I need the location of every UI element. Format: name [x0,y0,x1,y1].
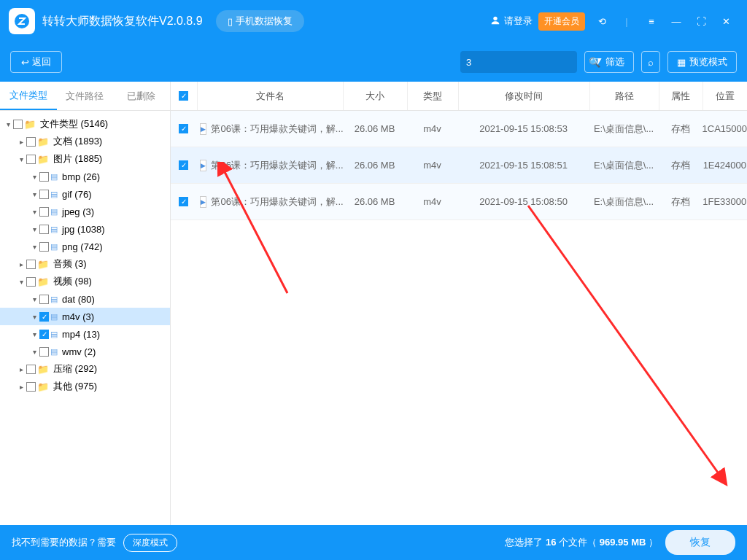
find-icon-button[interactable]: ⌕ [641,51,660,73]
recover-button[interactable]: 恢复 [665,530,735,555]
caret-icon[interactable]: ▸ [18,260,25,268]
tree-node[interactable]: ▾📁文件类型 (5146) [0,115,170,133]
caret-icon[interactable]: ▾ [31,225,38,233]
checkbox-icon[interactable] [39,207,49,217]
caret-icon[interactable]: ▾ [31,313,38,321]
col-date[interactable]: 修改时间 [458,82,589,110]
video-icon: ▶ [200,123,206,135]
checkbox-icon[interactable] [39,172,49,182]
tree-node[interactable]: ▾📁视频 (98) [0,273,170,290]
tree-label: 视频 (98) [53,275,92,288]
tree-node[interactable]: ▾✓▤mp4 (13) [0,325,170,343]
row-checkbox[interactable]: ✓ [179,160,188,170]
mobile-recovery-button[interactable]: ▯ 手机数据恢复 [216,10,304,32]
checkbox-icon[interactable] [13,120,23,129]
checkbox-icon[interactable] [39,295,49,304]
tree-node[interactable]: ▾▤png (742) [0,238,170,255]
checkbox-icon[interactable]: ✓ [39,312,49,322]
search-box[interactable]: 🔍 [460,51,577,73]
caret-icon[interactable]: ▾ [31,348,38,356]
tree-node[interactable]: ▸📁文档 (1893) [0,133,170,150]
content: ✓ 文件名 大小 类型 修改时间 路径 属性 位置 ✓▶第06课：巧用爆款关键词… [171,82,747,525]
col-path[interactable]: 路径 [589,82,659,110]
col-size[interactable]: 大小 [343,82,407,110]
search-input[interactable] [466,57,589,68]
close-icon[interactable]: ✕ [713,16,738,27]
row-checkbox[interactable]: ✓ [179,197,188,206]
back-button[interactable]: ↩ 返回 [10,51,62,73]
col-type[interactable]: 类型 [407,82,458,110]
col-loc[interactable]: 位置 [703,82,747,110]
filter-label: 筛选 [605,55,624,69]
checkbox-icon[interactable] [39,225,49,234]
checkbox-icon[interactable] [26,260,36,269]
file-size: 26.06 MB [343,196,407,207]
table-row[interactable]: ✓▶第06课：巧用爆款关键词，解...26.06 MBm4v2021-09-15… [171,111,747,147]
refresh-icon[interactable]: ⟲ [589,16,614,27]
preview-mode-button[interactable]: ▦ 预览模式 [667,51,737,73]
login-button[interactable]: 请登录 [489,15,533,28]
tree-node[interactable]: ▾▤dat (80) [0,290,170,308]
select-all-checkbox[interactable]: ✓ [179,91,188,101]
caret-icon[interactable]: ▾ [31,173,38,181]
checkbox-icon[interactable] [39,190,49,199]
tree-node[interactable]: ▾▤gif (76) [0,185,170,203]
file-path: E:\桌面信息\... [589,195,659,209]
tab-file-type[interactable]: 文件类型 [0,82,57,110]
tab-file-path[interactable]: 文件路径 [57,82,114,110]
menu-icon[interactable]: ≡ [639,16,664,27]
file-loc: 1E424000 [703,160,747,171]
table-row[interactable]: ✓▶第06课：巧用爆款关键词，解...26.06 MBm4v2021-09-15… [171,184,747,220]
tree-node[interactable]: ▾▤jpeg (3) [0,203,170,220]
tree-node[interactable]: ▾✓▤m4v (3) [0,308,170,325]
tree-node[interactable]: ▸📁压缩 (292) [0,360,170,378]
caret-icon[interactable]: ▾ [31,243,38,251]
row-checkbox[interactable]: ✓ [179,124,188,133]
annotation-arrow-2 [521,198,740,490]
tree-label: dat (80) [62,294,95,305]
svg-point-1 [493,16,497,20]
checkbox-icon[interactable] [26,365,36,374]
deep-mode-button[interactable]: 深度模式 [123,534,177,552]
checkbox-icon[interactable] [26,277,36,287]
checkbox-icon[interactable] [26,382,36,392]
checkbox-icon[interactable] [39,347,49,357]
tree-node[interactable]: ▾▤jpg (1038) [0,220,170,238]
col-name[interactable]: 文件名 [197,82,343,110]
vip-button[interactable]: 开通会员 [538,12,585,31]
grid-icon: ▦ [677,57,686,68]
tree-node[interactable]: ▸📁其他 (975) [0,378,170,395]
caret-icon[interactable]: ▸ [18,383,25,391]
checkbox-icon[interactable] [39,242,49,252]
caret-icon[interactable]: ▸ [18,138,25,146]
login-label: 请登录 [504,15,533,28]
filter-button[interactable]: ⧩ 筛选 [584,51,634,73]
caret-icon[interactable]: ▾ [31,330,38,338]
col-attr[interactable]: 属性 [659,82,703,110]
tab-deleted[interactable]: 已删除 [113,82,170,110]
file-tree[interactable]: ▾📁文件类型 (5146)▸📁文档 (1893)▾📁图片 (1885)▾▤bmp… [0,111,170,525]
checkbox-icon[interactable] [26,137,36,147]
table-body: ✓▶第06课：巧用爆款关键词，解...26.06 MBm4v2021-09-15… [171,111,747,220]
file-type: m4v [407,123,458,134]
folder-icon: 📁 [37,259,49,270]
caret-icon[interactable]: ▾ [18,278,25,286]
minimize-icon[interactable]: — [664,16,689,27]
table-row[interactable]: ✓▶第06课：巧用爆款关键词，解...26.06 MBm4v2021-09-15… [171,147,747,184]
checkbox-icon[interactable]: ✓ [39,330,49,339]
tree-label: 音频 (3) [53,257,87,271]
checkbox-icon[interactable] [26,155,36,164]
tree-node[interactable]: ▾▤wmv (2) [0,343,170,360]
caret-icon[interactable]: ▾ [31,190,38,198]
caret-icon[interactable]: ▾ [4,120,12,128]
tree-node[interactable]: ▸📁音频 (3) [0,255,170,273]
folder-icon: 📁 [37,364,49,375]
caret-icon[interactable]: ▾ [31,295,38,303]
caret-icon[interactable]: ▾ [18,155,25,163]
tree-node[interactable]: ▾▤bmp (26) [0,168,170,185]
funnel-icon: ⧩ [594,56,602,68]
tree-node[interactable]: ▾📁图片 (1885) [0,150,170,168]
caret-icon[interactable]: ▸ [18,365,25,373]
caret-icon[interactable]: ▾ [31,208,38,216]
maximize-icon[interactable]: ⛶ [689,16,713,27]
